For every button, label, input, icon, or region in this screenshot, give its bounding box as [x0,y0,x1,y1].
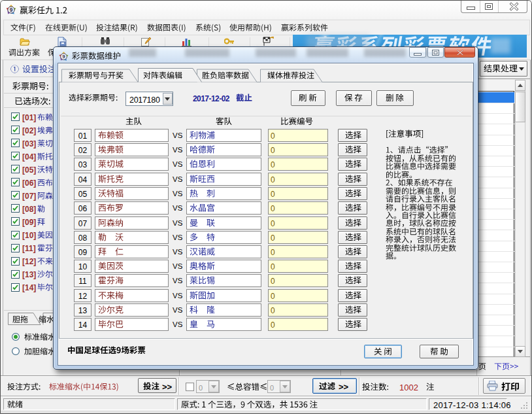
svg-text:9: 9 [62,54,65,60]
svg-text:9: 9 [10,7,13,13]
